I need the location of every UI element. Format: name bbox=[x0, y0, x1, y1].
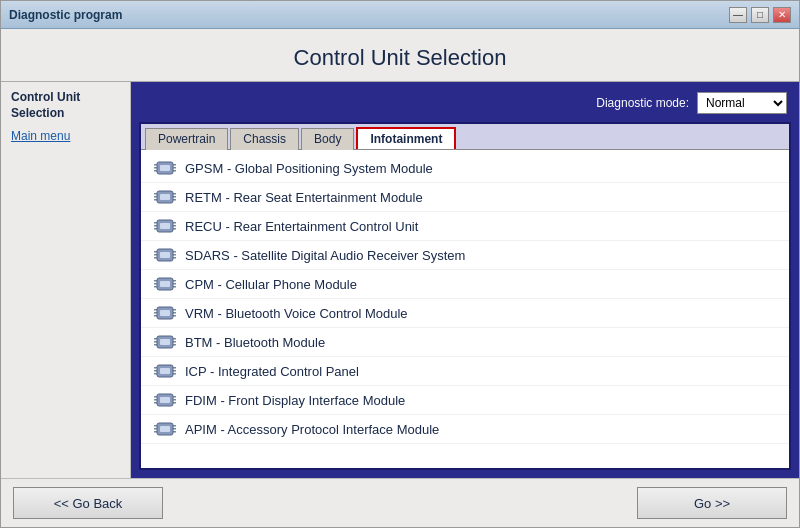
list-item[interactable]: SDARS - Satellite Digital Audio Receiver… bbox=[141, 241, 789, 270]
module-icon bbox=[153, 362, 177, 380]
module-icon bbox=[153, 217, 177, 235]
go-back-button[interactable]: << Go Back bbox=[13, 487, 163, 519]
list-item[interactable]: ICP - Integrated Control Panel bbox=[141, 357, 789, 386]
main-content: Control Unit Selection Control Unit Sele… bbox=[1, 29, 799, 527]
item-text: RETM - Rear Seat Entertainment Module bbox=[185, 190, 423, 205]
list-item[interactable]: APIM - Accessory Protocol Interface Modu… bbox=[141, 415, 789, 444]
module-icon bbox=[153, 275, 177, 293]
diagnostic-mode-select[interactable]: Normal Advanced Expert bbox=[697, 92, 787, 114]
svg-rect-15 bbox=[160, 194, 170, 200]
tabs-header: Powertrain Chassis Body Infotainment bbox=[141, 124, 789, 150]
tab-body[interactable]: Body bbox=[301, 128, 354, 150]
close-button[interactable]: ✕ bbox=[773, 7, 791, 23]
diagnostic-mode-label: Diagnostic mode: bbox=[596, 96, 689, 110]
item-text: VRM - Bluetooth Voice Control Module bbox=[185, 306, 408, 321]
item-text: RECU - Rear Entertainment Control Unit bbox=[185, 219, 418, 234]
list-item[interactable]: RECU - Rear Entertainment Control Unit bbox=[141, 212, 789, 241]
svg-rect-31 bbox=[160, 252, 170, 258]
module-icon bbox=[153, 420, 177, 438]
footer: << Go Back Go >> bbox=[1, 478, 799, 527]
svg-rect-55 bbox=[160, 339, 170, 345]
module-icon bbox=[153, 246, 177, 264]
window-title: Diagnostic program bbox=[9, 8, 122, 22]
svg-rect-47 bbox=[160, 310, 170, 316]
right-panel: Diagnostic mode: Normal Advanced Expert … bbox=[131, 82, 799, 478]
module-icon bbox=[153, 333, 177, 351]
body-area: Control Unit Selection Main menu Diagnos… bbox=[1, 81, 799, 478]
main-menu-link[interactable]: Main menu bbox=[11, 129, 120, 143]
main-window: Diagnostic program — □ ✕ Control Unit Se… bbox=[0, 0, 800, 528]
go-forward-button[interactable]: Go >> bbox=[637, 487, 787, 519]
page-title: Control Unit Selection bbox=[1, 29, 799, 81]
module-icon bbox=[153, 188, 177, 206]
svg-rect-39 bbox=[160, 281, 170, 287]
maximize-button[interactable]: □ bbox=[751, 7, 769, 23]
svg-rect-63 bbox=[160, 368, 170, 374]
list-item[interactable]: CPM - Cellular Phone Module bbox=[141, 270, 789, 299]
tab-infotainment[interactable]: Infotainment bbox=[356, 127, 456, 149]
diagnostic-mode-row: Diagnostic mode: Normal Advanced Expert bbox=[139, 90, 791, 116]
svg-rect-23 bbox=[160, 223, 170, 229]
module-icon bbox=[153, 159, 177, 177]
items-list: GPSM - Global Positioning System ModuleR… bbox=[141, 150, 789, 468]
list-item[interactable]: BTM - Bluetooth Module bbox=[141, 328, 789, 357]
window-controls: — □ ✕ bbox=[729, 7, 791, 23]
svg-rect-79 bbox=[160, 426, 170, 432]
svg-rect-7 bbox=[160, 165, 170, 171]
tab-powertrain[interactable]: Powertrain bbox=[145, 128, 228, 150]
item-text: GPSM - Global Positioning System Module bbox=[185, 161, 433, 176]
sidebar-section-title: Control Unit Selection bbox=[11, 90, 120, 121]
tabs-container: Powertrain Chassis Body Infotainment GPS… bbox=[139, 122, 791, 470]
item-text: CPM - Cellular Phone Module bbox=[185, 277, 357, 292]
item-text: APIM - Accessory Protocol Interface Modu… bbox=[185, 422, 439, 437]
sidebar: Control Unit Selection Main menu bbox=[1, 82, 131, 478]
minimize-button[interactable]: — bbox=[729, 7, 747, 23]
module-icon bbox=[153, 391, 177, 409]
item-text: FDIM - Front Display Interface Module bbox=[185, 393, 405, 408]
tab-chassis[interactable]: Chassis bbox=[230, 128, 299, 150]
svg-rect-71 bbox=[160, 397, 170, 403]
list-item[interactable]: VRM - Bluetooth Voice Control Module bbox=[141, 299, 789, 328]
item-text: SDARS - Satellite Digital Audio Receiver… bbox=[185, 248, 465, 263]
list-item[interactable]: FDIM - Front Display Interface Module bbox=[141, 386, 789, 415]
list-item[interactable]: RETM - Rear Seat Entertainment Module bbox=[141, 183, 789, 212]
item-text: BTM - Bluetooth Module bbox=[185, 335, 325, 350]
title-bar: Diagnostic program — □ ✕ bbox=[1, 1, 799, 29]
list-item[interactable]: GPSM - Global Positioning System Module bbox=[141, 154, 789, 183]
item-text: ICP - Integrated Control Panel bbox=[185, 364, 359, 379]
module-icon bbox=[153, 304, 177, 322]
